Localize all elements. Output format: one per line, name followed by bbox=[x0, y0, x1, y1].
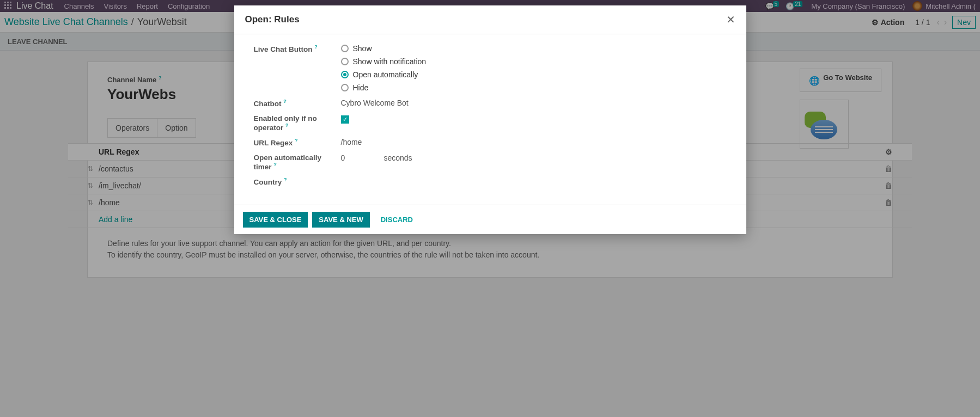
chatbot-value[interactable]: Cybro Welcome Bot bbox=[341, 99, 727, 108]
radio-show[interactable]: Show bbox=[341, 44, 727, 53]
url-regex-input[interactable]: /home bbox=[341, 138, 727, 147]
radio-show-notification[interactable]: Show with notification bbox=[341, 57, 727, 66]
modal-header: Open: Rules ✕ bbox=[234, 5, 746, 34]
modal-footer: SAVE & CLOSE SAVE & NEW DISCARD bbox=[234, 205, 746, 234]
radio-open-automatically[interactable]: Open automatically bbox=[341, 70, 727, 79]
save-close-button[interactable]: SAVE & CLOSE bbox=[243, 212, 308, 228]
label-live-chat-button: Live Chat Button ? bbox=[254, 44, 341, 92]
discard-button[interactable]: DISCARD bbox=[374, 212, 419, 228]
modal-title: Open: Rules bbox=[245, 14, 300, 25]
radio-hide[interactable]: Hide bbox=[341, 83, 727, 92]
label-country: Country ? bbox=[254, 177, 341, 186]
label-enabled-only: Enabled only if no operator ? bbox=[254, 114, 341, 132]
rules-modal: Open: Rules ✕ Live Chat Button ? Show Sh… bbox=[234, 5, 746, 234]
label-url-regex: URL Regex ? bbox=[254, 138, 341, 147]
close-icon[interactable]: ✕ bbox=[726, 13, 735, 26]
save-new-button[interactable]: SAVE & NEW bbox=[312, 212, 369, 228]
label-chatbot: Chatbot ? bbox=[254, 99, 341, 108]
label-timer: Open automatically timer ? bbox=[254, 154, 341, 171]
timer-unit: seconds bbox=[384, 154, 412, 162]
radio-group-action: Show Show with notification Open automat… bbox=[341, 44, 727, 92]
country-input[interactable] bbox=[341, 177, 727, 186]
modal-body: Live Chat Button ? Show Show with notifi… bbox=[234, 34, 746, 205]
enabled-only-checkbox[interactable]: ✓ bbox=[341, 115, 349, 124]
timer-input[interactable]: 0 bbox=[341, 154, 382, 162]
